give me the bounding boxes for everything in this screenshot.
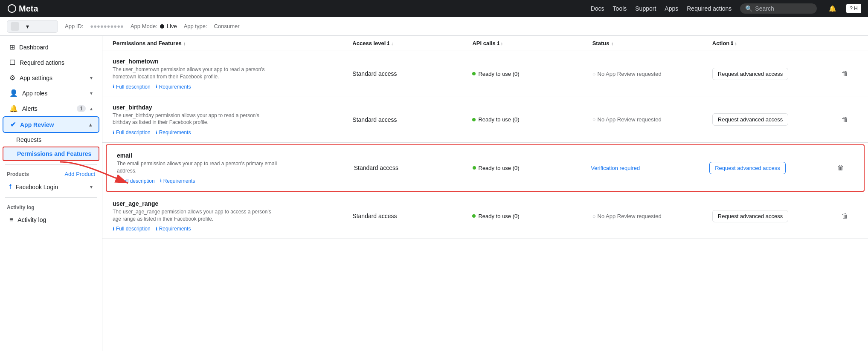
action-cell-user_hometown: Request advanced access xyxy=(712,68,832,80)
action-btn-user_age_range[interactable]: Request advanced access xyxy=(712,210,788,222)
info-icon-email-req: ℹ xyxy=(160,178,162,184)
info-icon-access: ℹ xyxy=(387,40,389,46)
sidebar-label-dashboard: Dashboard xyxy=(19,44,93,51)
status-user_hometown: ○No App Review requested xyxy=(592,71,712,77)
sidebar-item-fb-login[interactable]: f Facebook Login ▾ xyxy=(3,180,99,194)
app-selector[interactable]: ▾ xyxy=(7,20,58,33)
perm-links-user_hometown: ℹ Full description ℹ Requirements xyxy=(113,84,352,90)
sidebar-label-app-settings: App settings xyxy=(20,75,86,81)
chevron-down-icon: ▾ xyxy=(26,23,29,30)
action-btn-user_hometown[interactable]: Request advanced access xyxy=(712,68,788,80)
top-nav-links: Docs Tools Support Apps Required actions… xyxy=(591,3,861,14)
help-button[interactable]: ? H xyxy=(846,4,861,13)
delete-btn-user_birthday[interactable]: 🗑 xyxy=(832,116,858,124)
support-link[interactable]: Support xyxy=(635,5,656,12)
chevron-icon-fb-login: ▾ xyxy=(90,184,93,190)
top-navigation: Meta Docs Tools Support Apps Required ac… xyxy=(0,0,868,17)
delete-btn-user_age_range[interactable]: 🗑 xyxy=(832,212,858,220)
sidebar-item-alerts[interactable]: 🔔 Alerts 1 ▴ xyxy=(3,101,99,116)
sidebar-item-app-roles[interactable]: 👤 App roles ▾ xyxy=(3,86,99,101)
apps-link[interactable]: Apps xyxy=(665,5,678,12)
col-header-api: API calls ℹ ↕ xyxy=(472,40,592,46)
perm-desc-user_birthday: The user_birthday permission allows your… xyxy=(113,112,275,127)
tools-link[interactable]: Tools xyxy=(613,5,627,12)
docs-link[interactable]: Docs xyxy=(591,5,604,12)
app-type-label: App type: xyxy=(184,23,207,29)
info-icon-user_hometown-req: ℹ xyxy=(156,84,157,89)
sidebar-item-app-settings[interactable]: ⚙ App settings ▾ xyxy=(3,70,99,85)
api-calls-text-user_hometown: Ready to use (0) xyxy=(478,71,519,77)
sort-icon-permissions[interactable]: ↕ xyxy=(183,41,186,46)
add-product-link[interactable]: Add Product xyxy=(64,171,95,177)
delete-btn-email[interactable]: 🗑 xyxy=(828,164,853,172)
app-id-label: App ID: xyxy=(65,23,83,29)
app-id-value: ●●●●●●●●●● xyxy=(90,23,124,29)
col-status-label: Status xyxy=(592,40,610,46)
perm-info-email: email The email permission allows your a… xyxy=(117,152,354,184)
status-user_birthday: ○No App Review requested xyxy=(592,116,712,123)
app-review-check-icon: ✔ xyxy=(10,121,16,129)
search-box[interactable]: 🔍 xyxy=(740,3,817,14)
bell-icon[interactable]: 🔔 xyxy=(829,5,836,12)
api-calls-text-user_birthday: Ready to use (0) xyxy=(478,116,519,123)
perm-name-user_birthday: user_birthday xyxy=(113,104,352,111)
sidebar-item-dashboard[interactable]: ⊞ Dashboard xyxy=(3,40,99,55)
products-row: Products Add Product xyxy=(0,168,102,180)
app-bar-info: App ID: ●●●●●●●●●● App Mode: Live App ty… xyxy=(65,23,240,29)
access-level-email: Standard access xyxy=(354,164,473,171)
sort-icon-api[interactable]: ↕ xyxy=(501,41,503,46)
access-level-user_age_range: Standard access xyxy=(352,213,472,219)
requirements-link-user_age_range[interactable]: ℹ Requirements xyxy=(156,226,191,232)
sort-icon-status[interactable]: ↕ xyxy=(611,41,613,46)
col-header-action: Action ℹ ↕ xyxy=(712,40,832,46)
permissions-features-label: Permissions and Features xyxy=(17,150,91,157)
app-type-value: Consumer xyxy=(214,23,240,29)
delete-btn-user_hometown[interactable]: 🗑 xyxy=(832,70,858,78)
sidebar-item-app-review[interactable]: ✔ App Review ▴ xyxy=(3,116,99,133)
sidebar-item-activity-log[interactable]: ≡ Activity log xyxy=(3,213,99,227)
activity-log-section: Activity log xyxy=(0,201,102,212)
action-btn-email[interactable]: Request advanced access xyxy=(709,162,785,174)
access-level-user_birthday: Standard access xyxy=(352,116,472,123)
api-dot-email xyxy=(473,166,476,170)
sidebar-item-required-actions[interactable]: ☐ Required actions xyxy=(3,55,99,70)
table-header: Permissions and Features ↕ Access level … xyxy=(102,36,868,51)
requests-label: Requests xyxy=(16,136,41,143)
chevron-icon: ▾ xyxy=(90,75,93,81)
alerts-icon: 🔔 xyxy=(9,104,18,112)
permission-row-email: email The email permission allows your a… xyxy=(106,144,865,192)
sidebar: ⊞ Dashboard ☐ Required actions ⚙ App set… xyxy=(0,36,102,351)
requirements-link-user_birthday[interactable]: ℹ Requirements xyxy=(156,129,191,135)
sidebar-sub-item-permissions-features[interactable]: Permissions and Features xyxy=(3,147,99,161)
perm-info-user_hometown: user_hometown The user_hometown permissi… xyxy=(113,58,352,90)
full-desc-link-user_birthday[interactable]: ℹ Full description xyxy=(113,129,151,135)
full-desc-link-email[interactable]: ℹ Full description xyxy=(117,178,155,184)
required-actions-icon: ☐ xyxy=(9,58,15,66)
info-icon-user_age_range-req: ℹ xyxy=(156,226,157,232)
full-desc-link-user_age_range[interactable]: ℹ Full description xyxy=(113,226,151,232)
permission-row-user_age_range: user_age_range The user_age_range permis… xyxy=(102,193,868,239)
sort-icon-access[interactable]: ↓ xyxy=(391,41,393,46)
permission-row-user_hometown: user_hometown The user_hometown permissi… xyxy=(102,51,868,97)
col-header-status: Status ↕ xyxy=(592,40,712,46)
settings-icon: ⚙ xyxy=(9,74,15,82)
sidebar-sub-item-requests[interactable]: Requests xyxy=(3,133,99,146)
chevron-icon-app-review: ▴ xyxy=(89,122,92,128)
meta-logo: Meta xyxy=(7,3,38,14)
sort-icon-action[interactable]: ↕ xyxy=(734,41,737,46)
roles-icon: 👤 xyxy=(9,89,18,97)
full-desc-link-user_hometown[interactable]: ℹ Full description xyxy=(113,84,151,90)
app-bar: ▾ App ID: ●●●●●●●●●● App Mode: Live App … xyxy=(0,17,868,36)
api-calls-text-email: Ready to use (0) xyxy=(479,165,520,171)
requirements-link-user_hometown[interactable]: ℹ Requirements xyxy=(156,84,191,90)
action-cell-user_age_range: Request advanced access xyxy=(712,210,832,222)
perm-desc-user_hometown: The user_hometown permission allows your… xyxy=(113,66,275,81)
perm-info-user_age_range: user_age_range The user_age_range permis… xyxy=(113,200,352,232)
search-input[interactable] xyxy=(755,5,812,12)
perm-name-user_hometown: user_hometown xyxy=(113,58,352,65)
requirements-link-email[interactable]: ℹ Requirements xyxy=(160,178,195,184)
required-actions-link[interactable]: Required actions xyxy=(687,5,732,12)
action-btn-user_birthday[interactable]: Request advanced access xyxy=(712,113,788,126)
mode-toggle-dot xyxy=(160,24,164,29)
info-icon-user_age_range-desc: ℹ xyxy=(113,226,114,232)
